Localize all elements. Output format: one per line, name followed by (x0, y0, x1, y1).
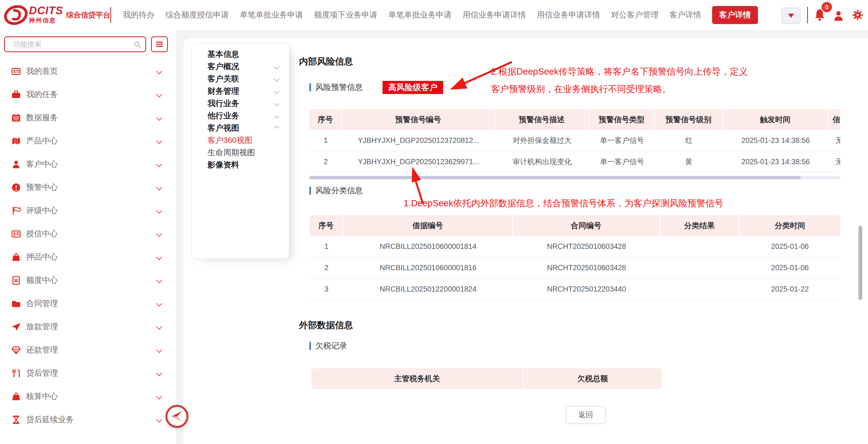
chevron-down-icon (156, 231, 162, 237)
subnav-item-label: 他行业务 (208, 110, 239, 121)
topnav-item[interactable]: 用信业务申请详情 (537, 9, 600, 21)
subnav-item[interactable]: 基本信息 (192, 48, 289, 60)
section-bar (309, 187, 311, 195)
horizontal-scrollbar-track[interactable] (309, 176, 840, 179)
table-cell: YJBHYJXH_DGP20250123629971... (342, 158, 495, 166)
topnav-item[interactable]: 用信业务申请详情 (463, 9, 526, 21)
subnav-item[interactable]: 客户概况 (192, 60, 289, 73)
subnav-item[interactable]: 财务管理 (192, 85, 289, 97)
table-cell: 2 (309, 264, 343, 272)
tax-arrears-table: 主管税务机关欠税总额 (311, 368, 661, 390)
sidebar-item[interactable]: 还款管理 (0, 338, 176, 361)
sidebar-item[interactable]: 授信中心 (0, 222, 176, 245)
sidebar-item[interactable]: 评级中心 (0, 199, 176, 222)
sidebar-item[interactable]: W额度中心 (0, 269, 176, 292)
sidebar-item[interactable]: 产品中心 (0, 129, 176, 152)
topnav-item[interactable]: 我的待办 (123, 9, 155, 21)
topnav-item[interactable]: 客户详情 (670, 9, 701, 21)
horizontal-scrollbar-thumb[interactable] (309, 176, 801, 179)
vertical-scrollbar-thumb[interactable] (859, 226, 862, 300)
table-row[interactable]: 1YJBHYJXH_DGP20250123720812...对外担保金额过大单一… (309, 130, 840, 151)
topnav-item-active[interactable]: 客户详情 (712, 6, 758, 24)
table-cell: 对外担保金额过大 (495, 136, 589, 145)
tabs-dropdown-button[interactable] (781, 7, 801, 24)
sidebar-item[interactable]: 我的首页 (0, 60, 176, 83)
search-input[interactable] (12, 37, 131, 51)
sidebar-item[interactable]: 贷后管理 (0, 361, 176, 385)
topnav-item[interactable]: 单笔单批业务申请 (388, 9, 452, 21)
tax-arrears-section-title: 欠税记录 (315, 341, 347, 351)
chevron-down-icon (156, 115, 162, 121)
topnav-item[interactable]: 综合额度授信申请 (165, 9, 229, 21)
sidebar-item[interactable]: 我的任务 (0, 83, 176, 106)
subnav-item[interactable]: 客户视图 (192, 122, 289, 134)
top-bar: DCITS 神州信息 综合信贷平台 我的待办综合额度授信申请单笔单批业务申请额度… (0, 0, 868, 30)
sidebar-item-label: 额度中心 (26, 275, 58, 286)
user-icon (11, 159, 21, 169)
annotation-bottom: 1.DeepSeek依托内外部数据信息，结合预警信号体系，为客户探测风险预警信号 (404, 195, 723, 212)
chevron-down-icon (274, 101, 279, 106)
high-risk-customer-badge: 高风险级客户 (382, 81, 443, 94)
table-inner: 序号预警信号编号预警信号描述预警信号类型预警信号级别触发时间信1YJBHYJXH… (309, 109, 840, 173)
topnav-item[interactable]: 单笔单批业务申请 (240, 9, 303, 21)
chevron-down-icon (156, 370, 162, 376)
sidebar-item-label: 我的任务 (26, 89, 58, 100)
sidebar-item-label: 押品中心 (26, 251, 58, 263)
settings-gear-icon[interactable] (852, 9, 863, 22)
sidebar-item[interactable]: 合同管理 (0, 292, 176, 315)
table-cell: 黄 (655, 157, 723, 167)
sidebar-collapse-button[interactable] (165, 405, 188, 428)
sidebar-item-label: 数据服务 (26, 112, 58, 123)
table-cell: 单一客户信号 (589, 157, 655, 167)
svg-text:W: W (14, 278, 18, 283)
table-header-cell: 主管税务机关 (311, 368, 524, 389)
sidebar-item[interactable]: 核算中心 (0, 385, 176, 408)
table-row[interactable]: 2NRCBILL2025010600001816NRCHT20250106034… (309, 257, 840, 279)
sidebar-item[interactable]: 客户中心 (0, 152, 176, 176)
tax-arrears-section-header: 欠税记录 (309, 341, 347, 351)
table-row[interactable]: 1NRCBILL2025010600001814NRCHT20250106034… (309, 236, 840, 257)
table-header-cell: 序号 (309, 215, 343, 236)
table-row[interactable]: 2YJBHYJXH_DGP20250123629971...审计机构出现变化单一… (309, 151, 840, 173)
subnav-item[interactable]: 他行业务 (192, 110, 289, 122)
sidebar-item[interactable]: 数据服务 (0, 106, 176, 129)
sidebar-item[interactable]: 放款管理 (0, 315, 176, 338)
top-bar-divider (807, 7, 808, 23)
sidebar-item-label: 评级中心 (26, 205, 58, 216)
sidebar-item-label: 还款管理 (26, 345, 58, 355)
annotation-top-line1: 2.根据DeepSeek传导策略，将客户名下预警信号向上传导，定义 (491, 63, 748, 80)
sidebar-item-label: 预警中心 (26, 182, 58, 193)
brand-text: DCITS 神州信息 (29, 5, 63, 24)
folder-icon (11, 298, 21, 309)
menu-filter-button[interactable] (151, 36, 168, 52)
chevron-down-icon (274, 64, 279, 69)
table-cell: NRCBILL2025010600001814 (343, 242, 513, 251)
table-header-cell: 序号 (309, 109, 342, 130)
sidebar-item[interactable]: 贷后延续业务 (0, 408, 176, 431)
table-cell: 单一客户信号 (589, 136, 655, 145)
table-cell: YJBHYJXH_DGP20250123720812... (342, 136, 495, 145)
hourglass-icon (11, 414, 21, 425)
sidebar-item[interactable]: 预警中心 (0, 176, 176, 199)
sidebar-item-label: 放款管理 (26, 321, 58, 332)
topnav-item[interactable]: 对公客户管理 (611, 9, 658, 21)
table-header-row: 序号借据编号合同编号分类结果分类时间 (309, 215, 840, 236)
sidebar-item[interactable]: 押品中心 (0, 245, 176, 269)
briefcase-icon (11, 89, 21, 100)
chevron-down-icon (156, 138, 162, 144)
table-row[interactable]: 3NRCBILL2025012200001824NRCHT20250122034… (309, 279, 840, 300)
subnav-item[interactable]: 影像资料 (192, 159, 289, 171)
back-button[interactable]: 返回 (566, 406, 606, 423)
topnav-item[interactable]: 额度项下业务申请 (314, 9, 377, 21)
subnav-item[interactable]: 我行业务 (192, 97, 289, 110)
subnav-item[interactable]: 客户360视图 (192, 134, 289, 146)
user-profile-icon[interactable] (833, 10, 844, 22)
table-header-cell: 预警信号编号 (342, 109, 495, 130)
table-header-cell: 信 (828, 109, 840, 130)
internal-risk-title: 内部风险信息 (299, 56, 353, 68)
logo-divider (110, 7, 111, 23)
subnav-item[interactable]: 生命周期视图 (192, 146, 289, 159)
sidebar-item-label: 贷后延续业务 (26, 414, 74, 425)
subnav-item[interactable]: 客户关联 (192, 73, 289, 85)
notification-count-badge: 0 (821, 1, 833, 13)
